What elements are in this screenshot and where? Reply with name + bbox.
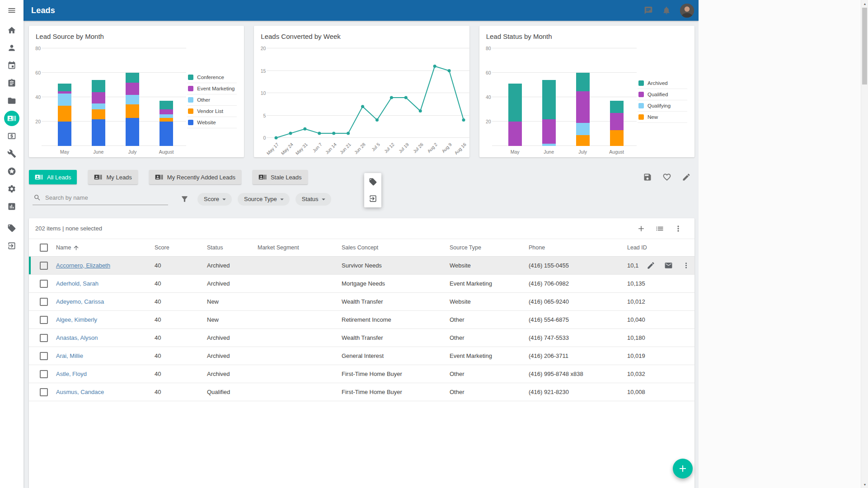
legend-item-other[interactable]: Other (187, 94, 237, 106)
row-checkbox[interactable] (40, 352, 48, 360)
sidebar-item-tools[interactable] (0, 145, 23, 162)
legend-item-conference[interactable]: Conference (187, 72, 237, 83)
row-checkbox[interactable] (40, 370, 48, 378)
lead-name-link[interactable]: Astle, Floyd (56, 371, 87, 377)
table-row[interactable]: Arai, Millie40ArchivedGeneral InterestEv… (29, 347, 694, 365)
add-lead-fab[interactable] (673, 459, 693, 479)
view-list-button[interactable] (655, 224, 664, 233)
lead-name-link[interactable]: Accornero, Elizabeth (56, 262, 110, 269)
lead-more-button[interactable] (682, 261, 690, 270)
filter-funnel-button[interactable] (180, 195, 189, 203)
filter-tab-all-leads[interactable]: All Leads (29, 170, 77, 184)
chat-button[interactable] (644, 6, 653, 15)
cell-phone: (416) 706-0982 (529, 280, 627, 287)
lead-name-link[interactable]: Arai, Millie (56, 352, 83, 359)
lead-name-link[interactable]: Algee, Kimberly (56, 316, 97, 323)
row-checkbox[interactable] (40, 298, 48, 306)
table-row[interactable]: Adeyemo, Carissa40NewWealth TransferWebs… (29, 293, 694, 311)
table-row[interactable]: Ausmus, Candace40QualifiedFirst-Time Hom… (29, 383, 694, 401)
legend-item-qualified[interactable]: Qualified (638, 89, 687, 100)
sidebar-item-tasks[interactable] (0, 74, 23, 92)
cell-name: Accornero, Elizabeth (56, 262, 155, 269)
lead-name-link[interactable]: Adeyemo, Carissa (56, 298, 104, 305)
table-row[interactable]: Anastas, Alyson40ArchivedWealth Transfer… (29, 329, 694, 347)
filter-chip-status[interactable]: Status (296, 193, 331, 206)
column-header-sales-concept[interactable]: Sales Concept (342, 244, 450, 251)
table-row[interactable]: Accornero, Elizabeth40ArchivedSurvivor N… (29, 257, 694, 275)
heart-icon (662, 173, 671, 182)
row-checkbox[interactable] (40, 316, 48, 324)
lead-name-link[interactable]: Anastas, Alyson (56, 334, 98, 341)
filter-chip-source-type[interactable]: Source Type (238, 193, 290, 206)
sidebar-item-folder[interactable] (0, 92, 23, 109)
edit-view-button[interactable] (682, 173, 691, 182)
save-view-button[interactable] (643, 173, 652, 182)
cell-sales-concept: First-Time Home Buyer (342, 389, 450, 395)
scrollbar-thumb[interactable] (862, 8, 867, 84)
filter-chip-score[interactable]: Score (197, 193, 232, 206)
sidebar-item-calendar[interactable] (0, 56, 23, 74)
legend-item-website[interactable]: Website (187, 117, 237, 128)
search-input[interactable] (45, 194, 167, 201)
scroll-up-button[interactable]: ▲ (861, 0, 868, 7)
column-label: Status (207, 244, 223, 251)
column-label: Market Segment (258, 244, 299, 251)
tag-tool-button[interactable] (369, 178, 377, 186)
column-header-lead-id[interactable]: Lead ID (627, 244, 694, 251)
table-more-button[interactable] (674, 224, 683, 233)
email-lead-button[interactable] (664, 261, 673, 270)
table-row[interactable]: Algee, Kimberly40NewRetirement IncomeOth… (29, 311, 694, 329)
legend-item-new[interactable]: New (638, 112, 687, 123)
table-row[interactable]: Aderhold, Sarah40ArchivedMortgage NeedsE… (29, 275, 694, 293)
column-header-market-segment[interactable]: Market Segment (258, 244, 342, 251)
user-avatar[interactable] (680, 4, 694, 18)
sidebar-item-stars[interactable] (0, 162, 23, 180)
row-checkbox[interactable] (40, 388, 48, 396)
filter-tab-my-recently-added-leads[interactable]: My Recently Added Leads (149, 170, 241, 184)
row-checkbox[interactable] (40, 280, 48, 288)
legend-item-vendor-list[interactable]: Vendor List (187, 106, 237, 117)
legend-swatch (638, 103, 644, 108)
bar-segment-archived (508, 84, 522, 122)
legend-item-event-marketing[interactable]: Event Marketing (187, 83, 237, 94)
legend-item-archived[interactable]: Archived (638, 78, 687, 89)
column-label: Source Type (450, 244, 481, 251)
scrollbar[interactable]: ▲ ▼ (861, 0, 868, 488)
x-tick-label: May (49, 149, 80, 155)
lead-name-link[interactable]: Aderhold, Sarah (56, 280, 99, 287)
cell-text: General Interest (342, 352, 384, 359)
notifications-button[interactable] (662, 6, 671, 15)
lead-name-link[interactable]: Ausmus, Candace (56, 389, 104, 395)
column-header-phone[interactable]: Phone (529, 244, 627, 251)
menu-button[interactable] (0, 0, 23, 21)
legend-item-qualifying[interactable]: Qualifying (638, 100, 687, 112)
scroll-down-button[interactable]: ▼ (861, 481, 868, 488)
row-checkbox[interactable] (40, 334, 48, 342)
sidebar-item-money[interactable] (0, 127, 23, 145)
sidebar-item-exit[interactable] (0, 237, 23, 254)
column-header-score[interactable]: Score (155, 244, 207, 251)
add-item-button[interactable] (637, 224, 646, 233)
sidebar-item-person[interactable] (0, 39, 23, 56)
search-icon (33, 194, 41, 202)
y-tick-label: 80 (30, 46, 41, 51)
cell-text: 40 (155, 262, 161, 269)
search-field[interactable] (33, 193, 168, 205)
sidebar-item-home[interactable] (0, 21, 23, 39)
favorite-view-button[interactable] (662, 173, 671, 182)
filter-tab-my-leads[interactable]: My Leads (88, 170, 137, 184)
sidebar-item-settings[interactable] (0, 180, 23, 197)
filter-tab-stale-leads[interactable]: Stale Leads (253, 170, 308, 184)
table-row[interactable]: Astle, Floyd40ArchivedFirst-Time Home Bu… (29, 365, 694, 383)
exit-tool-button[interactable] (369, 194, 377, 203)
select-all-checkbox[interactable] (40, 244, 48, 252)
sidebar-item-reports[interactable] (0, 197, 23, 215)
column-header-status[interactable]: Status (207, 244, 258, 251)
column-header-name[interactable]: Name (56, 244, 155, 251)
edit-lead-button[interactable] (647, 261, 655, 270)
row-checkbox[interactable] (40, 262, 48, 270)
sidebar-item-leads[interactable] (0, 109, 23, 127)
cell-text: Archived (207, 352, 230, 359)
sidebar-item-tag[interactable] (0, 219, 23, 237)
column-header-source-type[interactable]: Source Type (450, 244, 529, 251)
